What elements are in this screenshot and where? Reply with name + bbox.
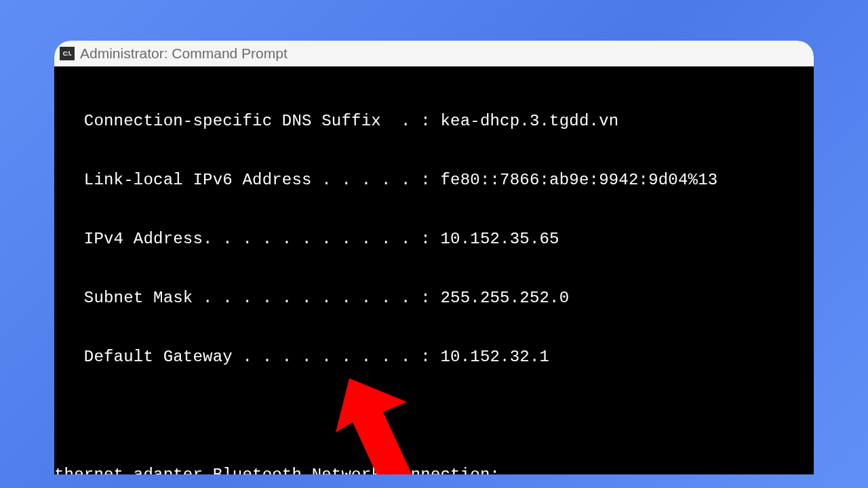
output-ipv6-address: Link-local IPv6 Address . . . . . : fe80…	[54, 170, 814, 190]
window-titlebar[interactable]: C:\. Administrator: Command Prompt	[54, 41, 814, 66]
cmd-icon: C:\.	[60, 47, 75, 60]
svg-marker-0	[336, 378, 424, 474]
output-ipv4-address: IPv4 Address. . . . . . . . . . . : 10.1…	[54, 229, 814, 249]
terminal-output-area[interactable]: Connection-specific DNS Suffix . : kea-d…	[54, 66, 814, 474]
command-prompt-window: C:\. Administrator: Command Prompt Conne…	[54, 41, 814, 474]
output-blank	[54, 406, 814, 426]
window-title: Administrator: Command Prompt	[80, 45, 288, 62]
output-subnet-mask: Subnet Mask . . . . . . . . . . . : 255.…	[54, 288, 814, 308]
output-default-gateway: Default Gateway . . . . . . . . . : 10.1…	[54, 347, 814, 367]
output-adapter-header: thernet adapter Bluetooth Network Connec…	[54, 465, 814, 474]
output-dns-suffix: Connection-specific DNS Suffix . : kea-d…	[54, 111, 814, 131]
